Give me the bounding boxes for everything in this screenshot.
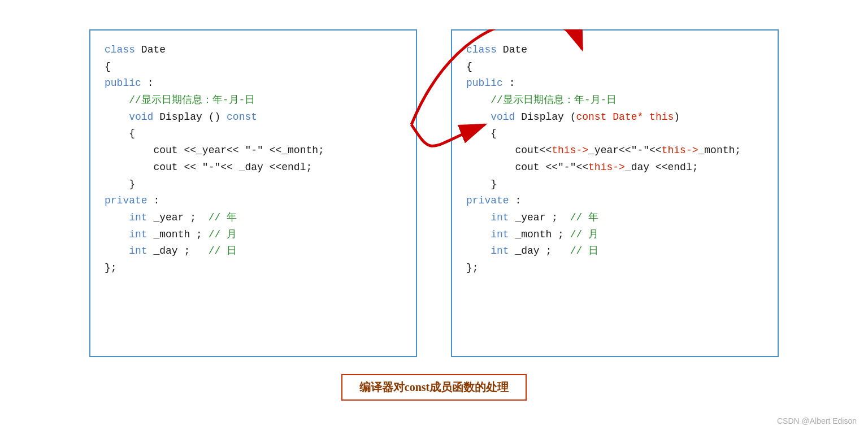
line-13: int _day ; // 日 [105, 243, 402, 260]
line-6: { [105, 125, 402, 142]
line-8: cout << "-"<< _day <<endl; [105, 159, 402, 176]
line-12: int _month ; // 月 [105, 227, 402, 244]
r-line-4: //显示日期信息：年-月-日 [466, 92, 763, 109]
line-1: class Date [105, 42, 402, 59]
r-line-11: int _year ; // 年 [466, 210, 763, 227]
r-line-12: int _month ; // 月 [466, 227, 763, 244]
line-2: { [105, 59, 402, 76]
line-11: int _year ; // 年 [105, 210, 402, 227]
r-line-13: int _day ; // 日 [466, 243, 763, 260]
r-line-1: class Date [466, 42, 763, 59]
r-line-8: cout <<"-"<<this->_day <<endl; [466, 159, 763, 176]
line-5: void Display () const [105, 109, 402, 126]
r-line-14: }; [466, 260, 763, 277]
caption-text: 编译器对const成员函数的处理 [359, 381, 509, 393]
r-line-5: void Display (const Date* this) [466, 109, 763, 126]
r-line-9: } [466, 176, 763, 193]
line-10: private : [105, 193, 402, 210]
line-14: }; [105, 260, 402, 277]
right-code-box: class Date { public : //显示日期信息：年-月-日 voi… [451, 29, 779, 357]
caption-box: 编译器对const成员函数的处理 [341, 374, 527, 401]
line-4: //显示日期信息：年-月-日 [105, 92, 402, 109]
r-line-10: private : [466, 193, 763, 210]
r-line-7: cout<<this->_year<<"-"<<this->_month; [466, 142, 763, 159]
line-9: } [105, 176, 402, 193]
line-7: cout <<_year<< "-" <<_month; [105, 142, 402, 159]
r-line-3: public : [466, 75, 763, 92]
code-boxes-row: class Date { public : //显示日期信息：年-月-日 voi… [23, 29, 845, 357]
watermark: CSDN @Albert Edison [777, 416, 857, 425]
line-3: public : [105, 75, 402, 92]
main-container: class Date { public : //显示日期信息：年-月-日 voi… [0, 18, 868, 412]
left-code-box: class Date { public : //显示日期信息：年-月-日 voi… [89, 29, 417, 357]
r-line-2: { [466, 59, 763, 76]
r-line-6: { [466, 125, 763, 142]
